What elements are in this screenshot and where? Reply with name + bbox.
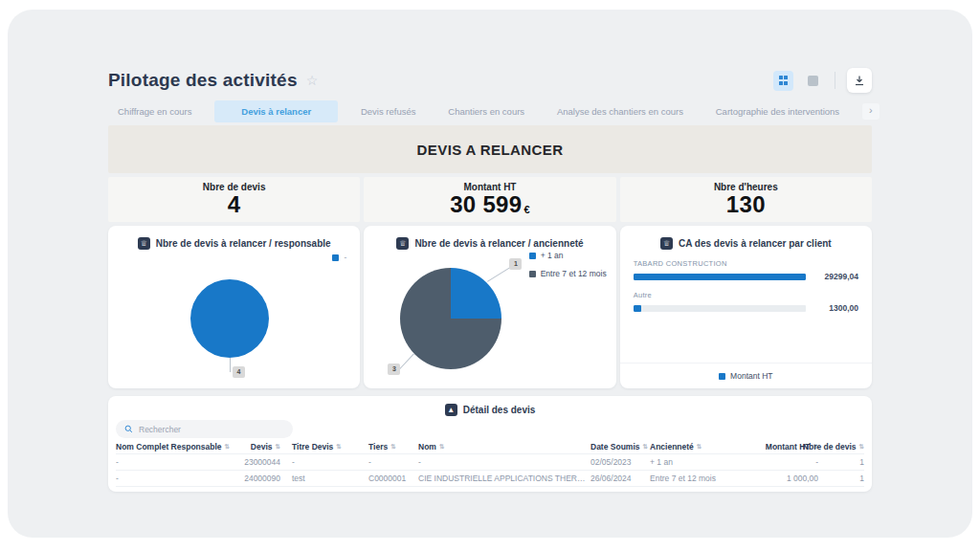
- bar-row[interactable]: 29299,04: [634, 272, 858, 281]
- charts-row: ♕ Nbre de devis à relancer / responsable…: [108, 226, 872, 388]
- view-controls: [773, 68, 872, 93]
- download-button[interactable]: [847, 68, 872, 93]
- cell: 1: [818, 457, 864, 467]
- search-icon: [124, 425, 133, 433]
- responsable-pie[interactable]: [190, 279, 269, 358]
- bar-fill: [634, 274, 806, 280]
- cell: C0000001: [368, 474, 418, 483]
- kpi-montant-ht: Montant HT 30 599€: [364, 177, 615, 222]
- bar-fill: [634, 305, 641, 312]
- bar-category: TABARD CONSTRUCTION: [634, 259, 858, 268]
- sort-icon: ⇅: [859, 443, 864, 451]
- tab-bar: Chiffrage en cours Devis à relancer Devi…: [108, 99, 880, 122]
- chart-title: CA des devis à relancer par client: [679, 238, 832, 249]
- tabs-scroll-right-button[interactable]: ›: [862, 103, 880, 120]
- single-view-button[interactable]: [803, 71, 823, 91]
- pie-data-label: 4: [233, 366, 245, 378]
- legend-label: + 1 an: [541, 251, 564, 260]
- page-title: Pilotage des activités: [108, 70, 298, 91]
- legend-label: Entre 7 et 12 mois: [541, 269, 607, 278]
- kpi-nbre-devis: Nbre de devis 4: [108, 177, 360, 222]
- column-header[interactable]: Ancienneté⇅: [650, 442, 751, 452]
- divider: [620, 363, 872, 364]
- callout-line: [487, 268, 509, 282]
- cell: -: [280, 457, 368, 467]
- detail-table-card: ▲ Détail des devis Nom Complet Responsab…: [108, 396, 872, 492]
- favorite-star-icon[interactable]: ☆: [306, 73, 319, 88]
- cell: + 1 an: [650, 457, 751, 467]
- tab-chiffrage-en-cours[interactable]: Chiffrage en cours: [108, 100, 201, 122]
- sort-icon: ⇅: [643, 443, 648, 451]
- column-header[interactable]: Devis⇅: [221, 442, 280, 452]
- legend-swatch: [332, 254, 339, 261]
- table-title: Détail des devis: [463, 405, 536, 415]
- chart-card-anciennete: ♕ Nbre de devis à relancer / ancienneté …: [364, 226, 615, 388]
- tab-cartographie[interactable]: Cartographie des interventions: [706, 100, 849, 122]
- sort-icon: ⇅: [390, 443, 395, 451]
- dashboard-panel: Pilotage des activités ☆ Chiffrage en co…: [8, 10, 972, 538]
- kpi-row: Nbre de devis 4 Montant HT 30 599€ Nbre …: [108, 177, 872, 222]
- column-header[interactable]: Titre Devis⇅: [280, 442, 368, 452]
- kpi-nbre-heures: Nbre d'heures 130: [620, 177, 872, 222]
- bar-track: [634, 305, 806, 312]
- cell: test: [280, 474, 368, 483]
- bar-value: 1300,00: [813, 303, 858, 313]
- callout-line: [399, 353, 414, 370]
- column-header[interactable]: Nom Complet Responsable⇅: [116, 442, 221, 452]
- legend-swatch: [719, 373, 725, 380]
- square-icon: [808, 76, 818, 86]
- pie-data-label: 3: [388, 364, 400, 375]
- kpi-value: 130: [620, 192, 872, 217]
- cell: -: [751, 457, 818, 467]
- bar-track: [634, 274, 806, 280]
- column-header[interactable]: Date Soumis⇅: [590, 442, 650, 452]
- search-input[interactable]: [139, 425, 263, 434]
- bar-value: 29299,04: [813, 272, 858, 281]
- tab-devis-refuses[interactable]: Devis refusés: [351, 100, 426, 122]
- legend-swatch: [529, 253, 536, 259]
- callout-line: [230, 358, 231, 372]
- legend-item[interactable]: Montant HT: [620, 371, 872, 381]
- column-header[interactable]: Nbre de devis⇅: [818, 442, 864, 452]
- legend-swatch: [529, 271, 536, 277]
- table-row[interactable]: - 23000044 - - - 02/05/2023 + 1 an - 1: [116, 454, 864, 471]
- cell: -: [116, 457, 221, 467]
- cell: 1 000,00: [751, 474, 818, 483]
- sort-icon: ⇅: [336, 443, 341, 451]
- tab-chantiers-en-cours[interactable]: Chantiers en cours: [438, 100, 534, 122]
- legend-item[interactable]: Entre 7 et 12 mois: [529, 269, 607, 278]
- section-title: DEVIS A RELANCER: [417, 142, 564, 158]
- legend-item[interactable]: -: [332, 253, 346, 262]
- kpi-value: 4: [108, 192, 360, 217]
- legend-item[interactable]: + 1 an: [529, 251, 607, 260]
- anciennete-pie[interactable]: [400, 268, 501, 369]
- search-box: [116, 420, 293, 438]
- detail-icon: ▲: [445, 404, 457, 416]
- table-row[interactable]: - 24000090 test C0000001 CIE INDUSTRIELL…: [116, 471, 864, 487]
- cell: Entre 7 et 12 mois: [650, 474, 751, 483]
- section-banner: DEVIS A RELANCER: [108, 125, 872, 173]
- tab-analyse-chantiers[interactable]: Analyse des chantiers en cours: [547, 100, 693, 122]
- tab-devis-a-relancer[interactable]: Devis à relancer: [214, 100, 338, 122]
- grid-view-button[interactable]: [773, 71, 793, 91]
- pie-data-label: 1: [509, 258, 522, 270]
- cell: 1: [818, 474, 864, 483]
- legend-label: Montant HT: [730, 371, 772, 381]
- cell: CIE INDUSTRIELLE APPLICATIONS THERMIQUES: [418, 474, 590, 483]
- crown-icon: ♕: [138, 237, 150, 250]
- table-header-row: Nom Complet Responsable⇅ Devis⇅ Titre De…: [116, 440, 864, 454]
- sort-icon: ⇅: [697, 443, 702, 451]
- cell: 24000090: [221, 474, 280, 483]
- cell: 26/06/2024: [590, 474, 650, 483]
- bar-row[interactable]: 1300,00: [634, 303, 858, 313]
- title-wrap: Pilotage des activités ☆: [108, 70, 318, 91]
- cell: -: [116, 474, 221, 483]
- cell: 23000044: [221, 457, 280, 467]
- bar-category: Autre: [634, 291, 858, 299]
- divider: [835, 72, 835, 89]
- column-header[interactable]: Nom⇅: [418, 442, 590, 452]
- chart-card-ca-client: ♕ CA des devis à relancer par client TAB…: [620, 226, 872, 388]
- crown-icon: ♕: [396, 237, 409, 250]
- header: Pilotage des activités ☆: [108, 65, 872, 96]
- column-header[interactable]: Tiers⇅: [368, 442, 418, 452]
